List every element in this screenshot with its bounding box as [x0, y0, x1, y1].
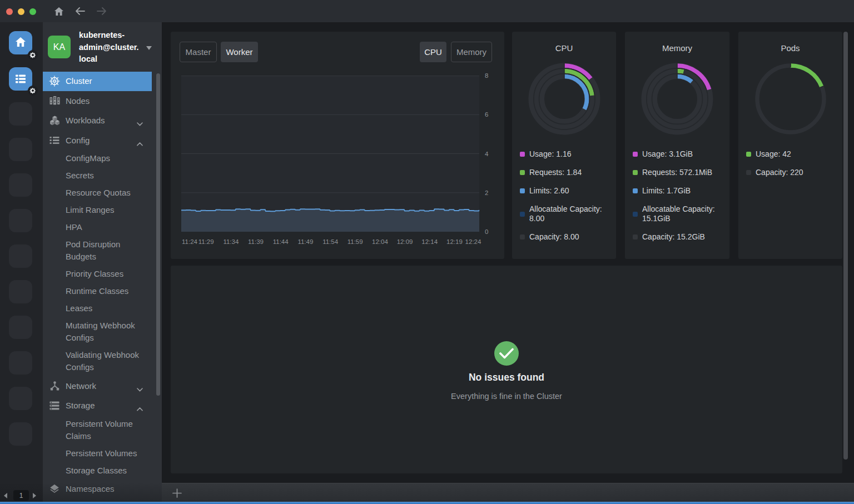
svg-text:2: 2 [485, 189, 488, 196]
svg-text:8: 8 [485, 72, 488, 79]
svg-text:12:14: 12:14 [421, 238, 438, 245]
svg-text:11:49: 11:49 [297, 238, 313, 245]
svg-text:11:24: 11:24 [182, 238, 198, 245]
svg-text:12:24: 12:24 [465, 238, 481, 245]
svg-text:6: 6 [485, 111, 488, 118]
svg-text:4: 4 [485, 151, 489, 157]
svg-text:11:44: 11:44 [273, 238, 289, 245]
svg-text:12:19: 12:19 [446, 238, 463, 245]
svg-text:0: 0 [485, 228, 488, 235]
svg-text:11:54: 11:54 [322, 238, 339, 245]
svg-text:12:04: 12:04 [372, 238, 388, 245]
svg-text:12:09: 12:09 [397, 238, 413, 245]
svg-text:11:29: 11:29 [198, 238, 214, 245]
svg-text:11:59: 11:59 [347, 238, 363, 245]
svg-text:11:39: 11:39 [248, 238, 264, 245]
svg-text:11:34: 11:34 [223, 238, 239, 245]
